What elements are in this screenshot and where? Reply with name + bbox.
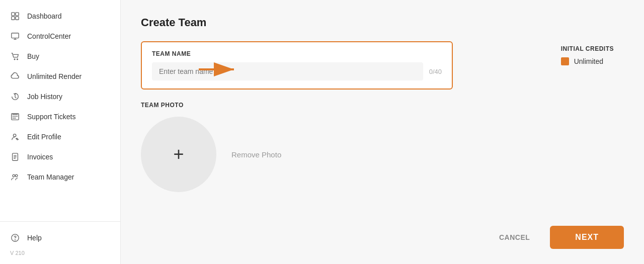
svg-point-13 [15,240,16,240]
main-content: Create Team TEAM NAME 0/40 TEAM PHOTO + … [121,0,644,264]
svg-point-8 [13,134,16,137]
sidebar-item-controlcenter[interactable]: ControlCenter [0,26,120,46]
credits-value: Unlimited [574,57,603,65]
sidebar-item-label: Buy [27,52,39,60]
monitor-icon [10,31,20,41]
next-button[interactable]: NEXT [550,226,624,249]
sidebar-item-label: Support Tickets [27,113,76,121]
svg-rect-4 [12,33,19,38]
svg-rect-2 [12,17,15,20]
team-icon [10,172,20,182]
sidebar-item-team-manager[interactable]: Team Manager [0,167,120,187]
sidebar-item-label: Help [27,234,42,242]
sidebar-footer: Help V 210 [0,221,120,264]
credits-color-box [561,57,569,65]
initial-credits-label: INITIAL CREDITS [561,45,614,52]
sidebar-item-job-history[interactable]: Job History [0,86,120,107]
team-photo-label: TEAM PHOTO [141,102,624,109]
dashboard-icon [10,11,20,21]
svg-point-5 [14,59,15,60]
team-name-input[interactable] [152,62,423,80]
document-icon [10,152,20,162]
user-edit-icon [10,132,20,142]
cancel-button[interactable]: CANCEL [489,228,540,246]
remove-photo-button[interactable]: Remove Photo [231,150,281,159]
svg-rect-0 [12,13,15,16]
list-icon [10,112,20,122]
team-name-label: TEAM NAME [152,50,442,57]
svg-point-10 [13,174,15,177]
sidebar-item-label: ControlCenter [27,32,71,40]
svg-rect-3 [16,17,19,20]
sidebar-item-buy[interactable]: Buy [0,46,120,66]
sidebar-item-support-tickets[interactable]: Support Tickets [0,107,120,127]
help-icon [10,233,20,243]
cloud-icon [10,71,20,81]
sidebar-item-label: Invoices [27,153,53,161]
version-label: V 210 [0,248,120,260]
team-name-input-row: 0/40 [152,62,442,80]
sidebar-item-invoices[interactable]: Invoices [0,147,120,167]
sidebar-item-edit-profile[interactable]: Edit Profile [0,127,120,147]
svg-point-11 [15,174,18,177]
bottom-actions: CANCEL NEXT [489,226,624,249]
sidebar-item-label: Dashboard [27,12,62,20]
credits-row: Unlimited [561,57,614,65]
add-photo-icon: + [173,145,184,163]
char-count: 0/40 [429,68,442,75]
sidebar: Dashboard ControlCenter Buy [0,0,121,264]
page-title: Create Team [141,16,624,29]
svg-rect-1 [16,13,19,16]
sidebar-item-label: Team Manager [27,173,74,181]
photo-area: + Remove Photo [141,117,624,192]
photo-upload-circle[interactable]: + [141,117,216,192]
sidebar-item-unlimited-render[interactable]: Unlimited Render [0,66,120,86]
svg-point-6 [17,59,18,60]
history-icon [10,92,20,102]
sidebar-item-label: Unlimited Render [27,72,82,80]
sidebar-item-label: Job History [27,93,62,101]
sidebar-item-dashboard[interactable]: Dashboard [0,6,120,26]
sidebar-item-help[interactable]: Help [0,228,120,248]
team-name-section: TEAM NAME 0/40 [141,41,453,90]
cart-icon [10,51,20,61]
sidebar-item-label: Edit Profile [27,133,61,141]
initial-credits-section: INITIAL CREDITS Unlimited [561,45,614,65]
sidebar-nav: Dashboard ControlCenter Buy [0,0,120,221]
